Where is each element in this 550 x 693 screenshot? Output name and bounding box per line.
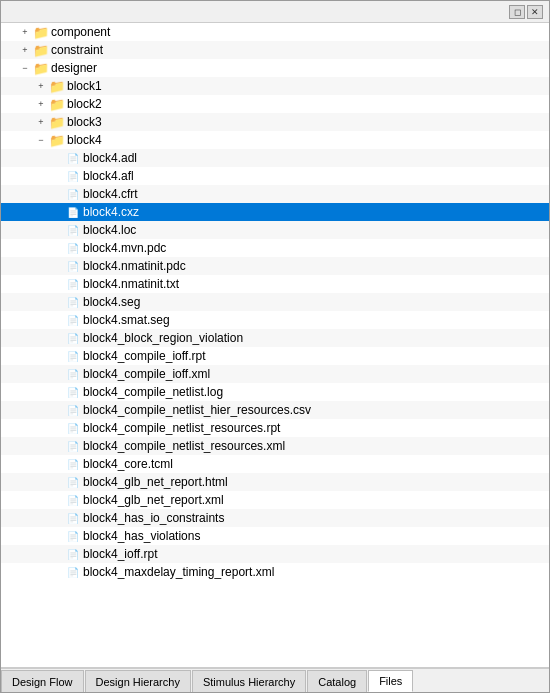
file-icon: 📄 [65, 423, 81, 434]
tree-item[interactable]: −📁block4 [1, 131, 549, 149]
item-label: block4.cxz [81, 205, 139, 219]
expand-button[interactable]: + [17, 27, 33, 37]
tree-item[interactable]: 📄block4_compile_ioff.xml [1, 365, 549, 383]
item-label: block4_ioff.rpt [81, 547, 158, 561]
tab-files[interactable]: Files [368, 670, 413, 692]
item-label: block4_compile_netlist_resources.xml [81, 439, 285, 453]
expand-button[interactable]: − [33, 135, 49, 145]
folder-icon: 📁 [49, 115, 65, 130]
tree-item[interactable]: +📁component [1, 23, 549, 41]
item-label: block4.mvn.pdc [81, 241, 166, 255]
close-button[interactable]: ✕ [527, 5, 543, 19]
tree-item[interactable]: 📄block4.smat.seg [1, 311, 549, 329]
folder-icon: 📁 [49, 79, 65, 94]
file-icon: 📄 [65, 333, 81, 344]
tree-item[interactable]: 📄block4_compile_netlist_hier_resources.c… [1, 401, 549, 419]
file-icon: 📄 [65, 261, 81, 272]
item-label: block4.seg [81, 295, 140, 309]
tab-stimulus-hierarchy[interactable]: Stimulus Hierarchy [192, 670, 306, 692]
expand-button[interactable]: + [33, 81, 49, 91]
tree-item[interactable]: +📁constraint [1, 41, 549, 59]
tab-bar: Design FlowDesign HierarchyStimulus Hier… [1, 668, 549, 692]
file-icon: 📄 [65, 477, 81, 488]
file-icon: 📄 [65, 351, 81, 362]
expand-button[interactable]: + [17, 45, 33, 55]
folder-icon: 📁 [49, 97, 65, 112]
tree-item[interactable]: 📄block4_compile_netlist.log [1, 383, 549, 401]
tree-item[interactable]: 📄block4_ioff.rpt [1, 545, 549, 563]
item-label: block4_maxdelay_timing_report.xml [81, 565, 274, 579]
file-icon: 📄 [65, 387, 81, 398]
tab-catalog[interactable]: Catalog [307, 670, 367, 692]
item-label: block4 [65, 133, 102, 147]
tree-item[interactable]: 📄block4_has_io_constraints [1, 509, 549, 527]
tree-item[interactable]: −📁designer [1, 59, 549, 77]
tab-design-flow[interactable]: Design Flow [1, 670, 84, 692]
tree-item[interactable]: 📄block4.adl [1, 149, 549, 167]
item-label: block4.adl [81, 151, 137, 165]
file-icon: 📄 [65, 567, 81, 578]
item-label: block4.loc [81, 223, 136, 237]
folder-icon: 📁 [49, 133, 65, 148]
tree-item[interactable]: 📄block4.afl [1, 167, 549, 185]
item-label: block4.nmatinit.pdc [81, 259, 186, 273]
item-label: block4.afl [81, 169, 134, 183]
expand-button[interactable]: − [17, 63, 33, 73]
item-label: block4.nmatinit.txt [81, 277, 179, 291]
tab-design-hierarchy[interactable]: Design Hierarchy [85, 670, 191, 692]
file-icon: 📄 [65, 315, 81, 326]
tree-item[interactable]: 📄block4.cxz [1, 203, 549, 221]
tree-item[interactable]: +📁block1 [1, 77, 549, 95]
item-label: block4_compile_netlist_resources.rpt [81, 421, 280, 435]
folder-icon: 📁 [33, 43, 49, 58]
tree-item[interactable]: 📄block4_compile_netlist_resources.rpt [1, 419, 549, 437]
item-label: block3 [65, 115, 102, 129]
item-label: block4_compile_netlist.log [81, 385, 223, 399]
folder-icon: 📁 [33, 61, 49, 76]
file-icon: 📄 [65, 171, 81, 182]
file-icon: 📄 [65, 153, 81, 164]
tree-item[interactable]: 📄block4_glb_net_report.html [1, 473, 549, 491]
tree-item[interactable]: 📄block4_compile_netlist_resources.xml [1, 437, 549, 455]
tree-item[interactable]: 📄block4.loc [1, 221, 549, 239]
file-icon: 📄 [65, 189, 81, 200]
tree-item[interactable]: 📄block4_core.tcml [1, 455, 549, 473]
tree-item[interactable]: 📄block4_maxdelay_timing_report.xml [1, 563, 549, 581]
tree-item[interactable]: 📄block4_glb_net_report.xml [1, 491, 549, 509]
file-icon: 📄 [65, 297, 81, 308]
title-bar-controls: ◻ ✕ [509, 5, 543, 19]
item-label: block4_has_io_constraints [81, 511, 224, 525]
file-icon: 📄 [65, 207, 81, 218]
tree-item[interactable]: 📄block4_block_region_violation [1, 329, 549, 347]
title-bar: ◻ ✕ [1, 1, 549, 23]
tree-item[interactable]: 📄block4_has_violations [1, 527, 549, 545]
item-label: block4_has_violations [81, 529, 200, 543]
item-label: constraint [49, 43, 103, 57]
file-icon: 📄 [65, 369, 81, 380]
folder-icon: 📁 [33, 25, 49, 40]
tree-item[interactable]: 📄block4.mvn.pdc [1, 239, 549, 257]
tree-item[interactable]: 📄block4.nmatinit.txt [1, 275, 549, 293]
file-icon: 📄 [65, 495, 81, 506]
item-label: block4_block_region_violation [81, 331, 243, 345]
tree-item[interactable]: 📄block4.nmatinit.pdc [1, 257, 549, 275]
item-label: block4_core.tcml [81, 457, 173, 471]
file-tree[interactable]: +📁component+📁constraint−📁designer+📁block… [1, 23, 549, 668]
file-icon: 📄 [65, 243, 81, 254]
tree-item[interactable]: +📁block3 [1, 113, 549, 131]
item-label: block4.smat.seg [81, 313, 170, 327]
expand-button[interactable]: + [33, 117, 49, 127]
tree-item[interactable]: 📄block4_compile_ioff.rpt [1, 347, 549, 365]
file-icon: 📄 [65, 441, 81, 452]
tree-item[interactable]: 📄block4.cfrt [1, 185, 549, 203]
expand-button[interactable]: + [33, 99, 49, 109]
tree-item[interactable]: 📄block4.seg [1, 293, 549, 311]
tree-item[interactable]: +📁block2 [1, 95, 549, 113]
file-icon: 📄 [65, 279, 81, 290]
restore-button[interactable]: ◻ [509, 5, 525, 19]
item-label: block4_glb_net_report.xml [81, 493, 224, 507]
file-icon: 📄 [65, 405, 81, 416]
file-icon: 📄 [65, 531, 81, 542]
item-label: block4_compile_ioff.xml [81, 367, 210, 381]
item-label: block4.cfrt [81, 187, 138, 201]
